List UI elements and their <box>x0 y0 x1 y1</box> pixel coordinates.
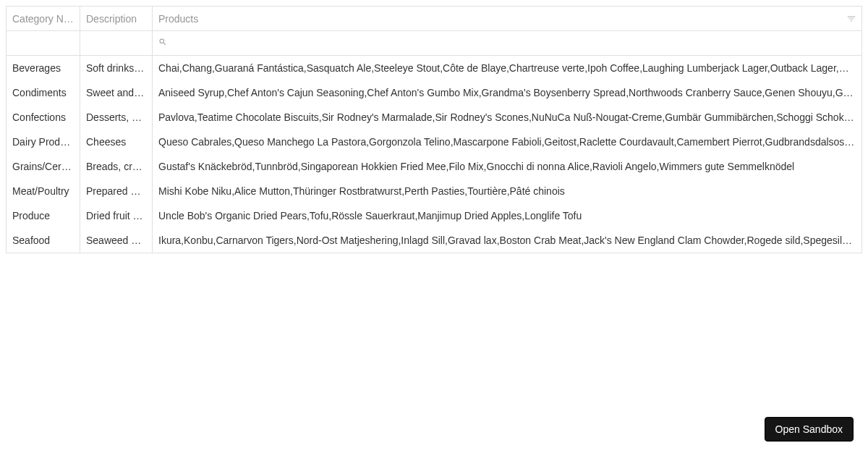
filter-cell-category-name[interactable] <box>7 31 80 55</box>
cell-text: Sweet and savory sauces, relishes, sprea… <box>86 87 146 98</box>
data-grid: Category Name Description Products <box>6 6 862 253</box>
cell-description: Seaweed and fish <box>80 228 153 253</box>
cell-category-name: Meat/Poultry <box>7 179 80 203</box>
cell-description: Breads, crackers, pasta, and cereal <box>80 154 153 179</box>
filter-icon[interactable] <box>846 13 857 25</box>
filter-input-description[interactable] <box>86 38 146 49</box>
cell-text: Condiments <box>12 87 74 98</box>
cell-text: Aniseed Syrup,Chef Anton's Cajun Seasoni… <box>158 87 856 98</box>
cell-text: Seafood <box>12 235 74 246</box>
column-header-products[interactable]: Products <box>153 7 861 30</box>
cell-text: Seaweed and fish <box>86 235 146 246</box>
cell-description: Cheeses <box>80 130 153 154</box>
table-row[interactable]: ConfectionsDesserts, candies, and sweet … <box>7 105 861 130</box>
cell-text: Desserts, candies, and sweet breads <box>86 111 146 123</box>
cell-products: Pavlova,Teatime Chocolate Biscuits,Sir R… <box>153 105 861 130</box>
cell-description: Sweet and savory sauces, relishes, sprea… <box>80 80 153 105</box>
cell-products: Queso Cabrales,Queso Manchego La Pastora… <box>153 130 861 154</box>
cell-text: Cheeses <box>86 136 146 148</box>
cell-text: Uncle Bob's Organic Dried Pears,Tofu,Rös… <box>158 210 856 221</box>
cell-text: Gustaf's Knäckebröd,Tunnbröd,Singaporean… <box>158 161 856 172</box>
filter-input-category-name[interactable] <box>12 38 74 49</box>
table-row[interactable]: Dairy ProductsCheesesQueso Cabrales,Ques… <box>7 130 861 154</box>
cell-products: Uncle Bob's Organic Dried Pears,Tofu,Rös… <box>153 203 861 228</box>
column-header-label: Products <box>158 13 856 25</box>
cell-category-name: Seafood <box>7 228 80 253</box>
grid-header-row: Category Name Description Products <box>7 7 861 31</box>
cell-category-name: Condiments <box>7 80 80 105</box>
cell-text: Prepared meats <box>86 185 146 197</box>
cell-description: Prepared meats <box>80 179 153 203</box>
cell-description: Dried fruit and bean curd <box>80 203 153 228</box>
cell-description: Desserts, candies, and sweet breads <box>80 105 153 130</box>
filter-cell-description[interactable] <box>80 31 153 55</box>
cell-text: Soft drinks, coffees, teas, beers, and a… <box>86 62 146 74</box>
cell-products: Mishi Kobe Niku,Alice Mutton,Thüringer R… <box>153 179 861 203</box>
table-row[interactable]: BeveragesSoft drinks, coffees, teas, bee… <box>7 56 861 80</box>
table-row[interactable]: SeafoodSeaweed and fishIkura,Konbu,Carna… <box>7 228 861 253</box>
cell-text: Dried fruit and bean curd <box>86 210 146 221</box>
cell-text: Breads, crackers, pasta, and cereal <box>86 161 146 172</box>
cell-products: Aniseed Syrup,Chef Anton's Cajun Seasoni… <box>153 80 861 105</box>
cell-text: Grains/Cereals <box>12 161 74 172</box>
cell-products: Ikura,Konbu,Carnarvon Tigers,Nord-Ost Ma… <box>153 228 861 253</box>
cell-text: Beverages <box>12 62 74 74</box>
open-sandbox-button[interactable]: Open Sandbox <box>765 417 854 442</box>
cell-text: Produce <box>12 210 74 221</box>
table-row[interactable]: Meat/PoultryPrepared meatsMishi Kobe Nik… <box>7 179 861 203</box>
cell-category-name: Dairy Products <box>7 130 80 154</box>
grid-body: BeveragesSoft drinks, coffees, teas, bee… <box>7 56 861 253</box>
table-row[interactable]: Grains/CerealsBreads, crackers, pasta, a… <box>7 154 861 179</box>
cell-text: Dairy Products <box>12 136 74 148</box>
table-row[interactable]: ProduceDried fruit and bean curdUncle Bo… <box>7 203 861 228</box>
column-header-category-name[interactable]: Category Name <box>7 7 80 30</box>
cell-description: Soft drinks, coffees, teas, beers, and a… <box>80 56 153 80</box>
cell-products: Gustaf's Knäckebröd,Tunnbröd,Singaporean… <box>153 154 861 179</box>
cell-text: Meat/Poultry <box>12 185 74 197</box>
column-header-description[interactable]: Description <box>80 7 153 30</box>
cell-products: Chai,Chang,Guaraná Fantástica,Sasquatch … <box>153 56 861 80</box>
cell-text: Chai,Chang,Guaraná Fantástica,Sasquatch … <box>158 62 856 74</box>
cell-category-name: Confections <box>7 105 80 130</box>
table-row[interactable]: CondimentsSweet and savory sauces, relis… <box>7 80 861 105</box>
cell-text: Queso Cabrales,Queso Manchego La Pastora… <box>158 136 856 148</box>
cell-text: Confections <box>12 111 74 123</box>
filter-input-products[interactable] <box>170 38 856 49</box>
cell-text: Pavlova,Teatime Chocolate Biscuits,Sir R… <box>158 111 856 123</box>
cell-category-name: Beverages <box>7 56 80 80</box>
cell-category-name: Produce <box>7 203 80 228</box>
cell-text: Mishi Kobe Niku,Alice Mutton,Thüringer R… <box>158 185 856 197</box>
column-header-label: Category Name <box>12 13 74 25</box>
column-header-label: Description <box>86 13 146 25</box>
cell-text: Ikura,Konbu,Carnarvon Tigers,Nord-Ost Ma… <box>158 235 856 246</box>
filter-cell-products[interactable] <box>153 31 861 55</box>
search-icon <box>158 38 167 48</box>
grid-filter-row <box>7 31 861 56</box>
cell-category-name: Grains/Cereals <box>7 154 80 179</box>
